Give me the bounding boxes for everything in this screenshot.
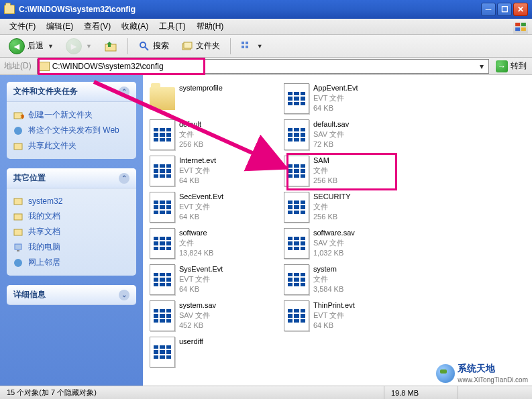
file-item[interactable]: userdiff [148, 334, 282, 370]
file-meta: system.savSAV 文件452 KB [179, 300, 216, 331]
views-dropdown-icon[interactable]: ▼ [257, 43, 263, 50]
minimize-button[interactable]: ─ [481, 3, 496, 16]
back-dropdown-icon[interactable]: ▼ [48, 43, 54, 50]
chevron-up-icon: ⌃ [119, 87, 129, 97]
file-item[interactable]: SAM文件256 KB [282, 153, 417, 189]
file-item[interactable]: default文件256 KB [148, 117, 282, 153]
file-item[interactable]: system文件3,584 KB [282, 262, 417, 298]
file-icon [150, 264, 175, 295]
file-item[interactable]: software.savSAV 文件1,032 KB [282, 225, 417, 262]
folders-icon [181, 40, 193, 52]
menu-bar: 文件(F) 编辑(E) 查看(V) 收藏(A) 工具(T) 帮助(H) [0, 19, 532, 35]
place-my-documents[interactable]: 我的文档 [13, 209, 129, 224]
chevron-down-icon: ⌄ [119, 290, 129, 300]
place-label: 我的文档 [28, 211, 60, 222]
file-meta: SECURITY文件256 KB [313, 192, 351, 223]
place-system32[interactable]: system32 [13, 194, 129, 209]
task-new-folder[interactable]: ✱ 创建一个新文件夹 [13, 107, 129, 123]
file-size: 72 KB [313, 139, 349, 150]
svg-point-15 [14, 127, 22, 135]
place-label: 我的电脑 [28, 241, 60, 253]
file-type: EVT 文件 [313, 93, 358, 103]
svg-rect-12 [246, 46, 248, 48]
back-arrow-icon: ◄ [9, 38, 25, 54]
folder-icon [13, 196, 24, 207]
file-type: EVT 文件 [179, 202, 223, 212]
menu-file[interactable]: 文件(F) [4, 19, 41, 34]
shared-folder-icon [13, 227, 24, 237]
toolbar: ◄ 后退 ▼ ► ▼ 搜索 文件夹 ▼ [0, 35, 532, 58]
file-name: system [313, 264, 343, 274]
status-objects: 15 个对象(加 7 个隐藏对象) [0, 386, 384, 399]
file-name: Internet.evt [179, 156, 216, 166]
file-name: userdiff [179, 337, 203, 347]
address-input[interactable] [52, 62, 476, 71]
file-icon [284, 83, 309, 114]
file-meta: systemprofile [179, 83, 223, 114]
file-name: SysEvent.Evt [179, 264, 223, 274]
file-item[interactable]: SecEvent.EvtEVT 文件64 KB [148, 189, 282, 225]
maximize-button[interactable]: ☐ [497, 3, 512, 16]
close-button[interactable]: ✕ [513, 3, 528, 16]
status-bar: 15 个对象(加 7 个隐藏对象) 19.8 MB [0, 386, 532, 399]
file-icon [150, 119, 175, 150]
forward-button: ► ▼ [61, 36, 97, 57]
svg-point-5 [140, 42, 146, 48]
folders-button[interactable]: 文件夹 [176, 38, 225, 55]
file-meta: SecEvent.EvtEVT 文件64 KB [179, 192, 223, 223]
file-list[interactable]: systemprofiledefault文件256 KBInternet.evt… [143, 75, 532, 386]
file-item[interactable]: SECURITY文件256 KB [282, 189, 417, 225]
views-button[interactable]: ▼ [236, 38, 268, 55]
file-name: SECURITY [313, 192, 351, 202]
file-name: systemprofile [179, 83, 223, 93]
file-icon [284, 300, 309, 331]
tasks-panel-title: 文件和文件夹任务 [13, 86, 78, 97]
file-item[interactable]: software文件13,824 KB [148, 225, 282, 262]
place-network[interactable]: 网上邻居 [13, 255, 129, 270]
file-icon [284, 156, 309, 186]
content-area: 文件和文件夹任务 ⌃ ✱ 创建一个新文件夹 将这个文件夹发布到 Web 共享此文… [0, 75, 532, 386]
address-input-wrap[interactable]: ▾ [37, 59, 489, 74]
file-item[interactable]: systemprofile [148, 80, 282, 117]
address-folder-icon [39, 62, 50, 71]
file-meta: Internet.evtEVT 文件64 KB [179, 156, 216, 186]
file-item[interactable]: AppEvent.EvtEVT 文件64 KB [282, 80, 417, 117]
svg-rect-19 [14, 229, 22, 235]
back-label: 后退 [28, 40, 44, 52]
details-panel-header[interactable]: 详细信息 ⌄ [7, 285, 136, 305]
file-name: default.sav [313, 119, 349, 129]
file-item[interactable]: system.savSAV 文件452 KB [148, 298, 282, 334]
up-button[interactable] [99, 38, 122, 55]
svg-rect-18 [14, 214, 22, 220]
file-item[interactable]: Internet.evtEVT 文件64 KB [148, 153, 282, 189]
file-item[interactable]: ThinPrint.evtEVT 文件64 KB [282, 298, 417, 334]
svg-rect-20 [15, 244, 21, 249]
places-panel-header[interactable]: 其它位置 ⌃ [7, 168, 136, 188]
address-dropdown-icon[interactable]: ▾ [476, 62, 487, 71]
menu-favorites[interactable]: 收藏(A) [116, 19, 154, 34]
menu-view[interactable]: 查看(V) [78, 19, 116, 34]
file-name: software [179, 228, 213, 238]
file-size: 256 KB [313, 176, 337, 186]
windows-logo-icon [513, 20, 528, 34]
file-type: 文件 [313, 166, 337, 176]
file-item[interactable]: SysEvent.EvtEVT 文件64 KB [148, 262, 282, 298]
task-publish-web[interactable]: 将这个文件夹发布到 Web [13, 123, 129, 138]
search-button[interactable]: 搜索 [134, 38, 174, 55]
task-share-folder[interactable]: 共享此文件夹 [13, 138, 129, 154]
file-meta: SysEvent.EvtEVT 文件64 KB [179, 264, 223, 295]
go-button[interactable]: → 转到 [493, 59, 529, 74]
tasks-panel-header[interactable]: 文件和文件夹任务 ⌃ [7, 82, 136, 102]
menu-edit[interactable]: 编辑(E) [41, 19, 78, 34]
place-label: 共享文档 [28, 226, 60, 237]
address-bar: 地址(D) ▾ → 转到 [0, 58, 532, 75]
file-icon [284, 119, 309, 150]
place-my-computer[interactable]: 我的电脑 [13, 239, 129, 255]
place-shared-documents[interactable]: 共享文档 [13, 224, 129, 239]
menu-help[interactable]: 帮助(H) [191, 19, 229, 34]
file-meta: system文件3,584 KB [313, 264, 343, 295]
svg-rect-3 [521, 27, 526, 30]
file-item[interactable]: default.savSAV 文件72 KB [282, 117, 417, 153]
menu-tools[interactable]: 工具(T) [154, 19, 191, 34]
back-button[interactable]: ◄ 后退 ▼ [4, 36, 58, 57]
